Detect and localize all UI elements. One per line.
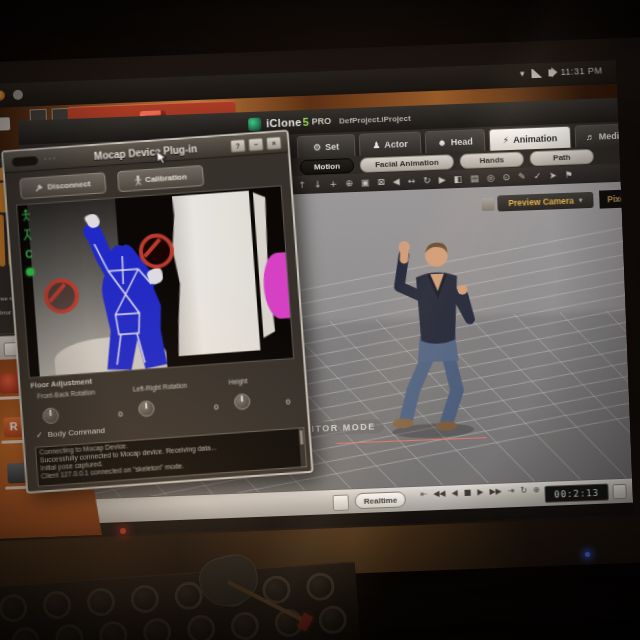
dial-icon[interactable] [234,393,251,410]
subtab-path[interactable]: Path [529,149,594,166]
subtab-label: Facial Animation [375,158,439,169]
transport-icon[interactable]: ⊕ [533,486,540,494]
background-window-button[interactable] [0,117,10,131]
playback-option-button[interactable] [612,484,627,500]
calibration-button[interactable]: Calibration [117,165,204,192]
mixer-knob [98,620,128,640]
blue-led [585,552,590,557]
mixer-knob [186,614,216,640]
mixer-knob [174,581,204,611]
subtab-label: Motion [314,162,341,172]
control-value: 0 [286,397,291,406]
screen: ▾ 11:31 PM iClone 5 PRO DefProject.iProj… [0,60,633,539]
project-name: DefProject.iProject [339,113,411,125]
body-command-checkbox[interactable]: ✓ Body Command [36,426,106,440]
toolbar-icon[interactable]: ➤ [549,171,557,180]
transport-icon[interactable]: ◀ [451,489,457,497]
tracking-figure-icon [21,209,32,222]
checkbox-label: Body Command [47,426,105,439]
toolbar-icon[interactable]: ▶ [439,175,446,184]
animation-icon: ⚡ [503,135,510,145]
help-button[interactable]: ? [230,139,246,153]
mixer-knob [86,587,116,617]
status-dot-icon [26,268,35,277]
transport-icon[interactable]: ⇥ [508,487,515,495]
taskbar-app-icon[interactable] [13,90,23,100]
transport-icon[interactable]: ▶ [477,488,483,496]
mixer-knob [318,605,348,635]
height-control[interactable]: Height 0 [228,374,292,412]
toolbar-icon[interactable]: ⊠ [377,177,385,186]
toolbar-icon[interactable]: ✎ [518,172,526,181]
toolbar-icon[interactable]: ↑ [298,180,306,189]
toolbar-icon[interactable]: ⊕ [345,179,353,188]
app-name: iClone [266,116,302,129]
tray-expand-icon[interactable]: ▾ [520,68,525,78]
control-value: 0 [214,402,219,411]
dial-icon[interactable] [42,407,59,424]
toolbar-icon[interactable]: ↻ [423,176,431,185]
tab-set[interactable]: ⚙ Set [297,134,356,158]
photo-of-monitor: ▾ 11:31 PM iClone 5 PRO DefProject.iProj… [0,0,640,640]
minimize-button[interactable]: − [248,137,264,151]
tab-actor[interactable]: ♟ Actor [359,131,422,155]
subtab-label: Path [553,153,571,163]
transport-icon[interactable]: ◀◀ [433,490,446,498]
media-icon: ♬ [585,131,594,141]
toolbar-icon[interactable]: ⚑ [565,170,573,179]
avatar-character[interactable] [370,225,498,447]
toolbar-icon[interactable]: ◀ [393,177,400,186]
toolbar-icon[interactable]: ◧ [454,174,463,183]
check-icon: ✓ [36,430,43,439]
mixer-knob [142,617,172,640]
button-label: Calibration [145,172,187,184]
red-led [120,528,126,534]
tab-label: Animation [513,133,557,145]
app-version: 5 [302,116,309,128]
tab-head[interactable]: ☻ Head [425,129,486,153]
status-letter: C [25,249,33,261]
left-right-rotation-control[interactable]: Left-Right Rotation 0 [133,379,221,419]
subtab-hands[interactable]: Hands [460,152,525,169]
timeline-button[interactable] [333,494,350,511]
disconnect-button[interactable]: Disconnect [19,172,106,199]
toolbar-icon[interactable]: ▤ [470,174,479,183]
subtab-motion[interactable]: Motion [300,158,355,175]
transport-icon[interactable]: ■ [464,489,472,497]
toolbar-icon[interactable]: ↔ [408,176,416,185]
transport-controls: ⇤◀◀◀■▶▶▶⇥↻⊕⊙ [420,486,552,499]
button-label: Disconnect [47,179,91,191]
tab-label: Head [451,136,473,147]
transport-icon[interactable]: ⇤ [420,490,427,498]
mixer-knob [11,626,41,640]
toolbar-icon[interactable]: ✓ [533,171,541,180]
mixer-knob [230,611,260,640]
toolbar-icon[interactable]: ⊙ [502,173,510,182]
toolbar-icon[interactable]: ↓ [314,180,322,189]
mouse-cursor [156,150,168,166]
volume-icon[interactable] [548,69,553,76]
front-back-rotation-control[interactable]: Front-Back Rotation 0 [37,386,125,426]
toolbar-icon[interactable]: ▣ [361,178,370,187]
taskbar-app-icon[interactable] [0,90,5,100]
time-display: 00:2:13 [544,483,609,502]
toolbar-icon[interactable]: + [330,179,338,188]
network-icon[interactable] [531,68,541,77]
app-edition: PRO [312,116,332,127]
realtime-button[interactable]: Realtime [354,491,406,509]
control-label: Left-Right Rotation [133,379,219,392]
dial-icon[interactable] [138,400,155,417]
clock: 11:31 PM [560,65,602,77]
toolbar-icon[interactable]: ◎ [487,173,495,182]
iclone-logo-icon [248,117,261,130]
camera-prev-button[interactable] [481,198,494,211]
head-icon: ☻ [437,137,447,147]
subtab-label: Hands [479,155,504,165]
close-button[interactable]: × [266,136,282,150]
tripod-icon [22,229,33,242]
tab-animation[interactable]: ⚡ Animation [489,126,572,151]
transport-icon[interactable]: ▶▶ [489,488,502,496]
transport-icon[interactable]: ↻ [520,487,527,495]
control-label: Height [228,374,290,386]
floor-adjustment-label: Floor Adjustment [30,377,92,391]
